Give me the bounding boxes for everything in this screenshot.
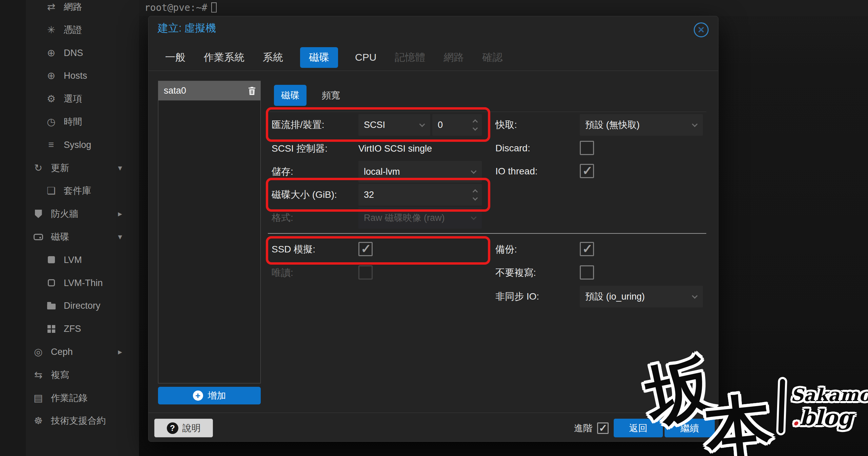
sidebar-item-label: 時間 — [64, 116, 82, 128]
sidebar-item-task-history[interactable]: ▤作業記錄 — [0, 388, 139, 408]
logo-red-dot: . — [792, 405, 800, 430]
sidebar-item-directory[interactable]: Directory — [0, 296, 139, 316]
gear-icon: ⚙ — [43, 91, 59, 107]
square-solid-icon — [43, 252, 59, 268]
tab-general[interactable]: 一般 — [164, 48, 187, 67]
sidebar-item-label: ZFS — [64, 324, 81, 334]
inner-tab-bandwidth[interactable]: 頻寬 — [313, 85, 349, 106]
caret-down-icon: ▾ — [118, 232, 122, 242]
sidebar-item-firewall[interactable]: 防火牆▸ — [0, 204, 139, 224]
disk-list-panel: sata0 — [158, 81, 261, 383]
sidebar-item-lvm[interactable]: LVM — [0, 250, 139, 270]
logo-suffix: .blog — [792, 405, 853, 430]
square-outline-icon — [43, 275, 59, 291]
next-button[interactable]: 繼續 — [665, 419, 715, 437]
tab-disks[interactable]: 磁碟 — [300, 47, 338, 68]
certificate-icon: ✳ — [43, 22, 59, 38]
plus-circle-icon: + — [193, 391, 203, 401]
sidebar-item-ceph[interactable]: ◎Ceph▸ — [0, 342, 139, 362]
close-icon[interactable]: ✕ — [694, 22, 709, 37]
sidebar-item-time[interactable]: ◷時間 — [0, 112, 139, 132]
disk-list-item-sata0[interactable]: sata0 — [158, 81, 260, 100]
terminal-prompt: root@pve:~# — [144, 2, 217, 13]
sidebar-item-certificates[interactable]: ✳憑證 — [0, 20, 139, 40]
tab-system[interactable]: 系統 — [261, 48, 284, 67]
tab-cpu[interactable]: CPU — [354, 49, 378, 66]
chevron-down-icon — [692, 293, 698, 299]
caret-down-icon: ▾ — [118, 163, 122, 173]
network-icon: ⇄ — [43, 0, 59, 15]
sidebar-item-dns[interactable]: ⊕DNS — [0, 43, 139, 63]
sidebar-item-hosts[interactable]: ⊕Hosts — [0, 66, 139, 86]
sidebar-item-subscription[interactable]: ☸技術支援合約 — [0, 411, 139, 431]
sidebar-item-label: LVM-Thin — [64, 278, 103, 288]
clock-icon: ◷ — [43, 114, 59, 130]
sidebar-item-label: DNS — [64, 48, 83, 58]
task-log-icon: ▤ — [31, 390, 46, 406]
sidebar-item-label: 套件庫 — [64, 185, 91, 197]
terminal-cursor — [211, 2, 217, 13]
sidebar: ⇄網路✳憑證⊕DNS⊕Hosts⚙選項◷時間≡Syslog↻更新▾❏套件庫防火牆… — [0, 0, 139, 456]
disk-item-label: sata0 — [164, 86, 248, 96]
read-only-checkbox — [358, 265, 373, 280]
sidebar-item-label: 作業記錄 — [51, 392, 87, 404]
caret-right-icon: ▸ — [118, 347, 122, 357]
logo-divider-bar — [778, 379, 785, 433]
header-divider — [149, 71, 718, 71]
sidebar-item-network[interactable]: ⇄網路 — [0, 0, 139, 17]
sidebar-item-label: 選項 — [64, 93, 82, 105]
sidebar-item-lvm-thin[interactable]: LVM-Thin — [0, 273, 139, 293]
tab-memory: 記憶體 — [393, 48, 427, 67]
trash-icon[interactable] — [248, 87, 256, 95]
annotation-highlight-bus-device — [266, 107, 490, 142]
dialog-tabbar: 一般作業系統系統磁碟CPU記憶體網路確認 — [164, 48, 504, 67]
sidebar-item-repositories[interactable]: ❏套件庫 — [0, 181, 139, 201]
sidebar-item-label: 複寫 — [51, 369, 69, 381]
ceph-icon: ◎ — [31, 344, 46, 360]
sidebar-item-syslog[interactable]: ≡Syslog — [0, 135, 139, 155]
sidebar-item-replication[interactable]: ⇆複寫 — [0, 365, 139, 385]
tab-confirm: 確認 — [481, 48, 504, 67]
add-disk-button[interactable]: + 增加 — [158, 387, 261, 404]
skip-replication-checkbox[interactable] — [580, 265, 594, 280]
sidebar-item-label: Directory — [64, 301, 100, 311]
advanced-checkbox[interactable] — [597, 422, 609, 434]
caret-right-icon: ▸ — [118, 209, 122, 218]
backup-checkbox[interactable] — [580, 242, 594, 256]
async-io-select[interactable]: 預設 (io_uring) — [580, 286, 703, 307]
annotation-highlight-disk-size — [266, 178, 490, 212]
cache-select[interactable]: 預設 (無快取) — [580, 114, 703, 136]
shield-icon — [31, 206, 46, 222]
refresh-icon: ↻ — [31, 160, 46, 176]
tab-network: 網路 — [442, 48, 465, 67]
sidebar-item-label: LVM — [64, 254, 82, 265]
sidebar-item-label: 更新 — [51, 162, 69, 174]
sidebar-item-label: Syslog — [64, 139, 91, 150]
replication-icon: ⇆ — [31, 367, 46, 383]
sidebar-item-zfs[interactable]: ZFS — [0, 319, 139, 339]
sidebar-item-label: Hosts — [64, 71, 87, 81]
help-button[interactable]: ? 說明 — [154, 419, 213, 437]
footer-divider — [149, 413, 718, 413]
sidebar-item-label: Ceph — [51, 347, 73, 357]
globe-icon: ⊕ — [43, 45, 59, 61]
sidebar-item-label: 技術支援合約 — [51, 415, 106, 427]
back-button[interactable]: 返回 — [614, 419, 663, 437]
question-circle-icon: ? — [167, 422, 178, 434]
sidebar-item-label: 憑證 — [64, 24, 82, 36]
sidebar-item-options[interactable]: ⚙選項 — [0, 89, 139, 109]
inner-tab-disk[interactable]: 磁碟 — [274, 85, 307, 106]
chevron-down-icon — [471, 214, 477, 220]
tab-os[interactable]: 作業系統 — [202, 48, 246, 67]
sidebar-item-label: 磁碟 — [51, 231, 69, 243]
sidebar-item-disks[interactable]: 磁碟▾ — [0, 227, 139, 247]
folder-icon — [43, 298, 59, 314]
repository-icon: ❏ — [43, 183, 59, 198]
scsi-controller-value: VirtIO SCSI single — [358, 144, 432, 154]
discard-checkbox[interactable] — [580, 141, 594, 155]
sidebar-item-updates[interactable]: ↻更新▾ — [0, 158, 139, 178]
globe-icon: ⊕ — [43, 68, 59, 83]
grid-icon — [43, 321, 59, 337]
form-separator — [268, 233, 706, 234]
io-thread-checkbox[interactable] — [580, 164, 594, 178]
